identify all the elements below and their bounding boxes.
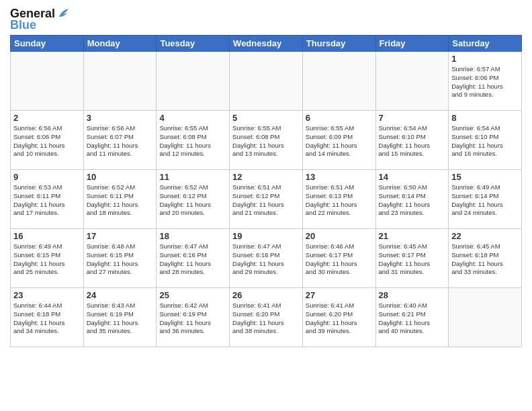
- day-info: Sunrise: 6:50 AMSunset: 6:14 PMDaylight:…: [379, 183, 446, 218]
- day-cell: 9Sunrise: 6:53 AMSunset: 6:11 PMDaylight…: [11, 170, 84, 229]
- day-cell: [83, 52, 157, 111]
- logo-text: General Blue: [10, 7, 71, 32]
- day-number: 13: [306, 172, 373, 182]
- day-cell: 15Sunrise: 6:49 AMSunset: 6:14 PMDayligh…: [449, 170, 522, 229]
- day-info: Sunrise: 6:51 AMSunset: 6:12 PMDaylight:…: [232, 183, 300, 218]
- day-cell: 13Sunrise: 6:51 AMSunset: 6:13 PMDayligh…: [302, 170, 375, 229]
- weekday-saturday: Saturday: [449, 36, 522, 52]
- day-info: Sunrise: 6:56 AMSunset: 6:06 PMDaylight:…: [13, 124, 81, 158]
- weekday-monday: Monday: [83, 36, 157, 52]
- day-cell: 2Sunrise: 6:56 AMSunset: 6:06 PMDaylight…: [11, 111, 84, 170]
- week-row-1: 2Sunrise: 6:56 AMSunset: 6:06 PMDaylight…: [11, 111, 522, 170]
- day-number: 6: [306, 113, 373, 123]
- day-number: 26: [232, 290, 300, 300]
- day-info: Sunrise: 6:56 AMSunset: 6:07 PMDaylight:…: [87, 124, 154, 158]
- weekday-row: SundayMondayTuesdayWednesdayThursdayFrid…: [11, 36, 522, 52]
- day-info: Sunrise: 6:54 AMSunset: 6:10 PMDaylight:…: [379, 124, 446, 158]
- day-number: 19: [232, 231, 300, 241]
- week-row-3: 16Sunrise: 6:49 AMSunset: 6:15 PMDayligh…: [11, 229, 522, 288]
- day-cell: 1Sunrise: 6:57 AMSunset: 6:06 PMDaylight…: [449, 52, 522, 111]
- page-container: General Blue SundayMondayTuesdayWednesda…: [0, 0, 532, 354]
- day-cell: 26Sunrise: 6:41 AMSunset: 6:20 PMDayligh…: [230, 288, 303, 347]
- weekday-thursday: Thursday: [302, 36, 375, 52]
- day-cell: [11, 52, 84, 111]
- day-number: 11: [159, 172, 226, 182]
- day-info: Sunrise: 6:40 AMSunset: 6:21 PMDaylight:…: [379, 302, 446, 336]
- day-info: Sunrise: 6:49 AMSunset: 6:14 PMDaylight:…: [451, 183, 519, 218]
- logo: General Blue: [10, 7, 71, 32]
- day-cell: 17Sunrise: 6:48 AMSunset: 6:15 PMDayligh…: [83, 229, 157, 288]
- day-cell: 28Sunrise: 6:40 AMSunset: 6:21 PMDayligh…: [375, 288, 449, 347]
- day-number: 14: [379, 172, 446, 182]
- day-number: 7: [379, 113, 446, 123]
- day-cell: [157, 52, 230, 111]
- day-cell: 19Sunrise: 6:47 AMSunset: 6:16 PMDayligh…: [230, 229, 303, 288]
- day-info: Sunrise: 6:49 AMSunset: 6:15 PMDaylight:…: [13, 242, 81, 277]
- day-cell: 24Sunrise: 6:43 AMSunset: 6:19 PMDayligh…: [83, 288, 157, 347]
- day-number: 22: [451, 231, 519, 241]
- day-info: Sunrise: 6:52 AMSunset: 6:12 PMDaylight:…: [159, 183, 226, 218]
- day-info: Sunrise: 6:52 AMSunset: 6:11 PMDaylight:…: [87, 183, 154, 218]
- day-cell: 25Sunrise: 6:42 AMSunset: 6:19 PMDayligh…: [157, 288, 230, 347]
- day-number: 1: [451, 54, 519, 64]
- day-info: Sunrise: 6:55 AMSunset: 6:08 PMDaylight:…: [159, 124, 226, 158]
- day-info: Sunrise: 6:48 AMSunset: 6:15 PMDaylight:…: [87, 242, 154, 277]
- day-info: Sunrise: 6:53 AMSunset: 6:11 PMDaylight:…: [13, 183, 81, 218]
- day-info: Sunrise: 6:43 AMSunset: 6:19 PMDaylight:…: [87, 302, 154, 336]
- day-info: Sunrise: 6:41 AMSunset: 6:20 PMDaylight:…: [306, 302, 373, 336]
- day-number: 23: [13, 290, 81, 300]
- week-row-2: 9Sunrise: 6:53 AMSunset: 6:11 PMDaylight…: [11, 170, 522, 229]
- day-info: Sunrise: 6:47 AMSunset: 6:16 PMDaylight:…: [159, 242, 226, 277]
- day-cell: 5Sunrise: 6:55 AMSunset: 6:08 PMDaylight…: [230, 111, 303, 170]
- day-cell: 3Sunrise: 6:56 AMSunset: 6:07 PMDaylight…: [83, 111, 157, 170]
- day-number: 18: [159, 231, 226, 241]
- day-number: 24: [87, 290, 154, 300]
- day-info: Sunrise: 6:55 AMSunset: 6:08 PMDaylight:…: [232, 124, 300, 158]
- day-number: 28: [379, 290, 446, 300]
- day-number: 15: [451, 172, 519, 182]
- day-number: 21: [379, 231, 446, 241]
- day-cell: 21Sunrise: 6:45 AMSunset: 6:17 PMDayligh…: [375, 229, 449, 288]
- week-row-0: 1Sunrise: 6:57 AMSunset: 6:06 PMDaylight…: [11, 52, 522, 111]
- day-info: Sunrise: 6:46 AMSunset: 6:17 PMDaylight:…: [306, 242, 373, 277]
- calendar-header: SundayMondayTuesdayWednesdayThursdayFrid…: [11, 36, 522, 52]
- day-cell: 10Sunrise: 6:52 AMSunset: 6:11 PMDayligh…: [83, 170, 157, 229]
- day-info: Sunrise: 6:54 AMSunset: 6:10 PMDaylight:…: [451, 124, 519, 158]
- day-info: Sunrise: 6:41 AMSunset: 6:20 PMDaylight:…: [232, 302, 300, 336]
- day-number: 16: [13, 231, 81, 241]
- day-number: 27: [306, 290, 373, 300]
- day-number: 2: [13, 113, 81, 123]
- day-cell: 14Sunrise: 6:50 AMSunset: 6:14 PMDayligh…: [375, 170, 449, 229]
- day-info: Sunrise: 6:42 AMSunset: 6:19 PMDaylight:…: [159, 302, 226, 336]
- day-number: 4: [159, 113, 226, 123]
- day-number: 10: [87, 172, 154, 182]
- day-info: Sunrise: 6:45 AMSunset: 6:17 PMDaylight:…: [379, 242, 446, 277]
- day-number: 12: [232, 172, 300, 182]
- day-number: 17: [87, 231, 154, 241]
- day-cell: 11Sunrise: 6:52 AMSunset: 6:12 PMDayligh…: [157, 170, 230, 229]
- day-cell: 20Sunrise: 6:46 AMSunset: 6:17 PMDayligh…: [302, 229, 375, 288]
- day-cell: 8Sunrise: 6:54 AMSunset: 6:10 PMDaylight…: [449, 111, 522, 170]
- day-cell: 23Sunrise: 6:44 AMSunset: 6:18 PMDayligh…: [11, 288, 84, 347]
- day-cell: [449, 288, 522, 347]
- day-info: Sunrise: 6:47 AMSunset: 6:16 PMDaylight:…: [232, 242, 300, 277]
- day-cell: 7Sunrise: 6:54 AMSunset: 6:10 PMDaylight…: [375, 111, 449, 170]
- day-info: Sunrise: 6:51 AMSunset: 6:13 PMDaylight:…: [306, 183, 373, 218]
- day-cell: 27Sunrise: 6:41 AMSunset: 6:20 PMDayligh…: [302, 288, 375, 347]
- weekday-tuesday: Tuesday: [157, 36, 230, 52]
- day-info: Sunrise: 6:45 AMSunset: 6:18 PMDaylight:…: [451, 242, 519, 277]
- day-cell: 16Sunrise: 6:49 AMSunset: 6:15 PMDayligh…: [11, 229, 84, 288]
- day-info: Sunrise: 6:55 AMSunset: 6:09 PMDaylight:…: [306, 124, 373, 158]
- week-row-4: 23Sunrise: 6:44 AMSunset: 6:18 PMDayligh…: [11, 288, 522, 347]
- day-number: 20: [306, 231, 373, 241]
- day-info: Sunrise: 6:44 AMSunset: 6:18 PMDaylight:…: [13, 302, 81, 336]
- day-info: Sunrise: 6:57 AMSunset: 6:06 PMDaylight:…: [451, 65, 519, 99]
- day-number: 9: [13, 172, 81, 182]
- day-cell: 22Sunrise: 6:45 AMSunset: 6:18 PMDayligh…: [449, 229, 522, 288]
- day-cell: 18Sunrise: 6:47 AMSunset: 6:16 PMDayligh…: [157, 229, 230, 288]
- day-number: 3: [87, 113, 154, 123]
- day-cell: [230, 52, 303, 111]
- header: General Blue: [10, 7, 522, 32]
- weekday-wednesday: Wednesday: [230, 36, 303, 52]
- day-number: 8: [451, 113, 519, 123]
